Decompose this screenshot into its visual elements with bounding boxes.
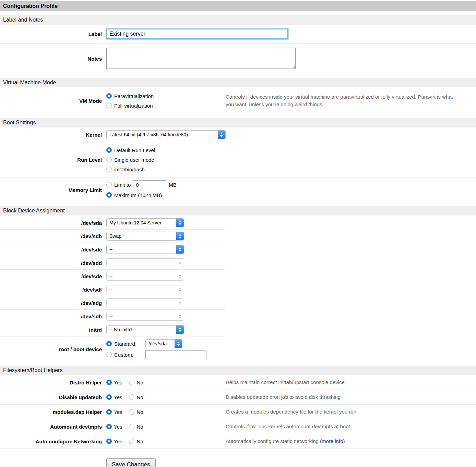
auto-configure-networking-row: Auto-configure Networking Yes No Automat…	[0, 434, 476, 449]
disable-updatedb-no-radio[interactable]	[129, 394, 134, 400]
automount-devtmpfs-yes-radio[interactable]	[106, 424, 112, 429]
dev-sdb-select[interactable]: Swap	[106, 232, 184, 241]
dev-sdg-select-value: --	[109, 300, 174, 306]
yes-label[interactable]: Yes	[114, 394, 122, 400]
default-run-level-radio[interactable]	[106, 147, 112, 153]
dev-sda-select[interactable]: My Ubuntu 12.04 Server	[106, 218, 184, 227]
dev-sdc-label: /dev/sdc	[0, 247, 102, 253]
select-chevrons-icon	[218, 130, 225, 139]
block-device-row: /dev/sdc --	[0, 243, 225, 256]
vm-mode-row: VM Mode Paravirtualization Full-virtuali…	[0, 87, 476, 114]
distro-helper-label: Distro Helper	[0, 380, 102, 385]
notes-field-label: Notes	[0, 56, 102, 62]
distro-helper-no-radio[interactable]	[129, 380, 134, 385]
modules-dep-no-radio[interactable]	[129, 409, 134, 415]
disable-updatedb-label: Disable updatedb	[0, 394, 102, 400]
block-device-row: /dev/sde --	[0, 270, 225, 283]
distro-helper-help: Helps maintain correct inittab/upstart c…	[226, 379, 456, 386]
select-chevrons-icon	[176, 245, 184, 254]
dev-sdb-label: /dev/sdb	[0, 233, 102, 239]
select-chevrons-icon	[176, 298, 184, 307]
section-boot-settings: Boot Settings	[0, 118, 476, 127]
paravirtualization-radio[interactable]	[106, 93, 112, 99]
root-standard-radio[interactable]	[106, 341, 112, 346]
vm-mode-help: Controls if devices inside your virtual …	[226, 93, 456, 108]
no-label[interactable]: No	[136, 439, 143, 444]
root-boot-device-row: root / boot device Standard: /dev/sda Cu…	[0, 336, 476, 362]
save-changes-button[interactable]: Save Changes	[106, 458, 156, 467]
auto-configure-networking-yes-radio[interactable]	[106, 439, 112, 444]
run-level-row: Run Level Default Run Level Single user …	[0, 142, 476, 177]
init-bin-bash-label[interactable]: init=/bin/bash	[114, 167, 145, 172]
distro-helper-row: Distro Helper Yes No Helps maintain corr…	[0, 375, 476, 390]
block-device-row: /dev/sda My Ubuntu 12.04 Server	[0, 216, 225, 230]
automount-devtmpfs-label: Automount devtmpfs	[0, 424, 102, 430]
memory-limit-to-label[interactable]: Limit to	[114, 182, 131, 188]
yes-label[interactable]: Yes	[114, 380, 122, 385]
block-device-row: /dev/sdd --	[0, 256, 225, 270]
no-label[interactable]: No	[136, 394, 143, 400]
full-virtualization-radio[interactable]	[106, 103, 112, 108]
auto-configure-networking-help: Automatically configure static networkin…	[226, 438, 456, 445]
memory-maximum-label[interactable]: Maximum (1024 MB)	[114, 192, 162, 198]
root-standard-label[interactable]: Standard:	[114, 341, 143, 347]
initrd-select[interactable]: -- No initrd --	[106, 325, 184, 334]
section-label-and-notes: Label and Notes	[0, 15, 476, 25]
no-label[interactable]: No	[136, 424, 143, 430]
kernel-select[interactable]: Latest 64 bit (4.9.7-x86_64-linode80)	[106, 130, 226, 139]
disable-updatedb-help: Disables updatedb cron job to avoid disk…	[226, 393, 456, 401]
yes-label[interactable]: Yes	[114, 424, 122, 430]
no-label[interactable]: No	[136, 409, 143, 415]
root-standard-select[interactable]: /dev/sda	[145, 339, 182, 348]
dev-sdc-select[interactable]: --	[106, 245, 184, 254]
label-row: Label	[0, 25, 476, 44]
automount-devtmpfs-row: Automount devtmpfs Yes No Controls if pv…	[0, 419, 476, 434]
dev-sdd-label: /dev/sdd	[0, 260, 102, 266]
notes-textarea[interactable]	[106, 48, 296, 69]
select-chevrons-icon	[176, 232, 184, 241]
root-custom-radio[interactable]	[106, 352, 112, 357]
select-chevrons-icon	[175, 339, 182, 348]
memory-limit-to-radio[interactable]	[106, 182, 112, 187]
kernel-row: Kernel Latest 64 bit (4.9.7-x86_64-linod…	[0, 127, 476, 142]
select-chevrons-icon	[176, 218, 184, 227]
no-label[interactable]: No	[136, 380, 143, 385]
yes-label[interactable]: Yes	[114, 409, 122, 415]
dev-sdh-select-value: --	[109, 314, 174, 319]
label-field-label: Label	[0, 31, 102, 37]
default-run-level-label[interactable]: Default Run Level	[114, 147, 155, 153]
dev-sdh-select: --	[106, 312, 184, 321]
distro-helper-yes-radio[interactable]	[106, 380, 112, 385]
section-block-device-assignment: Block Device Assignment	[0, 206, 476, 216]
modules-dep-helper-label: modules.dep Helper	[0, 409, 102, 415]
dev-sdc-select-value: --	[109, 247, 174, 252]
modules-dep-yes-radio[interactable]	[106, 409, 112, 415]
disable-updatedb-yes-radio[interactable]	[106, 394, 112, 400]
block-device-row: /dev/sdh --	[0, 310, 225, 323]
root-custom-input[interactable]	[145, 350, 206, 359]
more-info-link[interactable]: (more info)	[320, 438, 345, 444]
memory-maximum-radio[interactable]	[106, 192, 112, 198]
initrd-label: initrd	[0, 327, 102, 333]
single-user-mode-label[interactable]: Single user mode	[114, 157, 154, 163]
init-bin-bash-radio[interactable]	[106, 167, 112, 172]
section-virtual-machine-mode: Virtual Machine Mode	[0, 78, 476, 87]
kernel-select-value: Latest 64 bit (4.9.7-x86_64-linode80)	[109, 132, 216, 137]
automount-devtmpfs-no-radio[interactable]	[129, 424, 134, 429]
label-input[interactable]	[106, 29, 288, 39]
memory-limit-input[interactable]	[133, 180, 166, 189]
auto-configure-networking-no-radio[interactable]	[129, 439, 134, 444]
modules-dep-helper-help: Creates a modules dependency file for th…	[226, 408, 456, 416]
auto-configure-networking-help-text: Automatically configure static networkin…	[226, 438, 319, 444]
single-user-mode-radio[interactable]	[106, 157, 112, 162]
select-chevrons-icon	[176, 258, 184, 267]
kernel-label: Kernel	[0, 132, 102, 138]
paravirtualization-label[interactable]: Paravirtualization	[114, 93, 154, 99]
vm-mode-label: VM Mode	[0, 98, 102, 104]
root-custom-label[interactable]: Custom:	[114, 352, 143, 358]
yes-label[interactable]: Yes	[114, 439, 122, 444]
dev-sda-label: /dev/sda	[0, 220, 102, 226]
root-boot-device-label: root / boot device	[0, 346, 102, 352]
full-virtualization-label[interactable]: Full-virtualization	[114, 103, 153, 109]
select-chevrons-icon	[176, 285, 184, 294]
